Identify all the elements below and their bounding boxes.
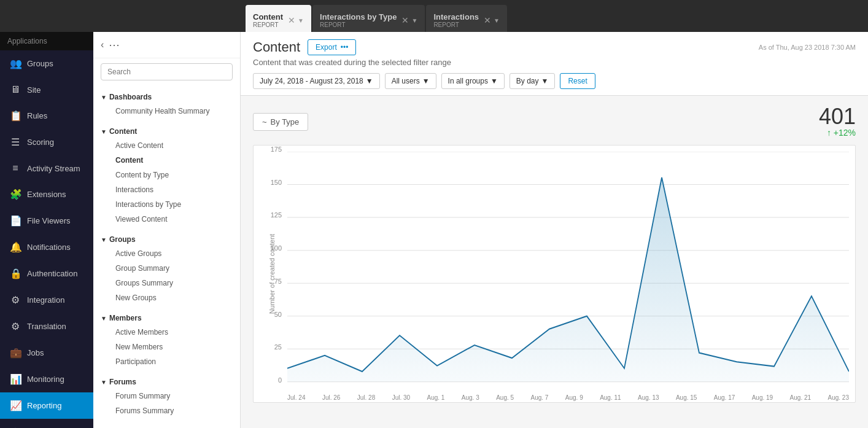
tab-chevron-content[interactable]: ▼ — [298, 17, 304, 24]
sidebar-item-extensions[interactable]: 🧩 Extensions — [0, 181, 93, 208]
y-label-75: 75 — [254, 278, 282, 285]
x-label-aug23: Aug. 23 — [827, 394, 848, 401]
stat-pct: ↑ +12% — [819, 128, 856, 138]
tab-close-interactions-by-type[interactable]: ✕ — [401, 15, 409, 25]
sidebar-icon-integration: ⚙ — [10, 294, 21, 306]
grouping-chevron-icon: ▼ — [541, 77, 549, 85]
nav-section-header-forums[interactable]: ▼ Forums — [101, 374, 233, 389]
nav-item-content-by-type[interactable]: Content by Type — [101, 168, 233, 182]
groups-filter[interactable]: In all groups ▼ — [441, 73, 505, 89]
tab-chevron-interactions-by-type[interactable]: ▼ — [411, 17, 417, 24]
nav-section-forums: ▼ ForumsForum SummaryForums Summary — [93, 370, 240, 419]
sidebar-item-authentication[interactable]: 🔒 Authentication — [0, 260, 93, 287]
more-options-button[interactable]: ⋯ — [109, 38, 121, 52]
nav-item-community-health-summary[interactable]: Community Health Summary — [101, 104, 233, 119]
main-layout: Applications 👥 Groups 🖥 Site 📋 Rules ☰ S… — [0, 32, 868, 428]
reset-button[interactable]: Reset — [560, 73, 595, 89]
report-search-input[interactable] — [101, 63, 233, 80]
y-label-50: 50 — [254, 311, 282, 318]
nav-item-content[interactable]: Content — [101, 153, 233, 168]
chart-section: ~ By Type 401 ↑ +12% Number of created c… — [241, 96, 868, 428]
nav-item-groups-summary[interactable]: Groups Summary — [101, 276, 233, 290]
search-wrapper — [93, 58, 240, 85]
nav-item-participation[interactable]: Participation — [101, 354, 233, 369]
content-description: Content that was created during the sele… — [253, 58, 856, 67]
nav-item-viewed-content[interactable]: Viewed Content — [101, 212, 233, 227]
content-title-row: Content Export ••• As of Thu, Aug 23 201… — [253, 39, 856, 55]
chart-icon: ~ — [262, 117, 267, 126]
sidebar-item-rules[interactable]: 📋 Rules — [0, 103, 93, 129]
sidebar-item-translation[interactable]: ⚙ Translation — [0, 313, 93, 340]
report-nav-top: ‹ ⋯ — [93, 32, 240, 58]
users-label: All users — [392, 77, 420, 85]
sidebar-icon-activity-stream: ≡ — [10, 163, 21, 174]
report-nav: ‹ ⋯ ▼ DashboardsCommunity Health Summary… — [93, 32, 241, 428]
nav-item-new-members[interactable]: New Members — [101, 340, 233, 354]
x-label-aug9: Aug. 9 — [565, 394, 583, 401]
by-type-button[interactable]: ~ By Type — [253, 113, 308, 131]
tab-interactions-by-type[interactable]: Interactions by Type REPORT ✕ ▼ — [312, 5, 425, 32]
sidebar-icon-site: 🖥 — [10, 84, 21, 95]
x-label-aug7: Aug. 7 — [530, 394, 548, 401]
nav-section-dashboards: ▼ DashboardsCommunity Health Summary — [93, 85, 240, 120]
x-label-aug17: Aug. 17 — [714, 394, 735, 401]
sidebar-icon-monitoring: 📊 — [10, 373, 21, 385]
nav-item-active-members[interactable]: Active Members — [101, 325, 233, 340]
sidebar-icon-extensions: 🧩 — [10, 189, 21, 200]
sidebar-top-applications[interactable]: Applications — [0, 32, 93, 50]
nav-item-forums-summary[interactable]: Forums Summary — [101, 403, 233, 418]
sidebar-item-file-viewers[interactable]: 📄 File Viewers — [0, 208, 93, 234]
back-button[interactable]: ‹ — [101, 39, 104, 50]
tab-close-interactions[interactable]: ✕ — [484, 15, 491, 25]
nav-item-forum-summary[interactable]: Forum Summary — [101, 389, 233, 403]
sidebar-item-integration[interactable]: ⚙ Integration — [0, 287, 93, 313]
nav-section-content: ▼ ContentActive ContentContentContent by… — [93, 120, 240, 228]
tab-interactions[interactable]: Interactions REPORT ✕ ▼ — [426, 5, 507, 32]
sidebar-icon-file-viewers: 📄 — [10, 215, 21, 227]
sidebar-item-site[interactable]: 🖥 Site — [0, 77, 93, 103]
export-button[interactable]: Export ••• — [308, 39, 356, 55]
y-axis-labels: 175 150 125 100 75 50 25 0 — [254, 146, 284, 384]
sidebar-item-groups[interactable]: 👥 Groups — [0, 50, 93, 77]
sidebar-item-monitoring[interactable]: 📊 Monitoring — [0, 366, 93, 392]
chart-top: ~ By Type 401 ↑ +12% — [253, 106, 856, 138]
nav-item-group-summary[interactable]: Group Summary — [101, 261, 233, 276]
sidebar-label-rules: Rules — [27, 111, 47, 120]
sidebar-label-extensions: Extensions — [27, 190, 66, 199]
nav-section-header-groups[interactable]: ▼ Groups — [101, 232, 233, 246]
applications-label: Applications — [7, 37, 47, 45]
sidebar-label-reporting: Reporting — [27, 401, 61, 410]
sidebar-label-groups: Groups — [27, 59, 53, 68]
tab-chevron-interactions[interactable]: ▼ — [494, 17, 500, 24]
sidebar-item-reporting[interactable]: 📈 Reporting — [0, 392, 93, 419]
nav-item-interactions-by-type[interactable]: Interactions by Type — [101, 197, 233, 212]
sidebar-label-monitoring: Monitoring — [27, 375, 64, 384]
nav-section-header-content[interactable]: ▼ Content — [101, 123, 233, 138]
users-filter[interactable]: All users ▼ — [385, 73, 436, 89]
date-range-filter[interactable]: July 24, 2018 - August 23, 2018 ▼ — [253, 73, 380, 89]
x-label-aug19: Aug. 19 — [752, 394, 773, 401]
sidebar-item-jobs[interactable]: 💼 Jobs — [0, 340, 93, 366]
tab-close-content[interactable]: ✕ — [288, 15, 295, 25]
nav-section-label-content: Content — [109, 127, 137, 136]
sidebar-item-scoring[interactable]: ☰ Scoring — [0, 129, 93, 155]
export-dots: ••• — [341, 43, 349, 52]
x-axis-labels: Jul. 24 Jul. 26 Jul. 28 Jul. 30 Aug. 1 A… — [287, 394, 849, 401]
nav-item-interactions[interactable]: Interactions — [101, 182, 233, 197]
chart-stat: 401 ↑ +12% — [819, 106, 856, 138]
x-label-jul30: Jul. 30 — [392, 394, 410, 401]
filters: July 24, 2018 - August 23, 2018 ▼ All us… — [253, 73, 856, 89]
nav-section-header-members[interactable]: ▼ Members — [101, 310, 233, 325]
nav-item-new-groups[interactable]: New Groups — [101, 290, 233, 305]
tab-content[interactable]: Content REPORT ✕ ▼ — [246, 5, 311, 32]
grouping-filter[interactable]: By day ▼ — [510, 73, 556, 89]
sidebar-item-activity-stream[interactable]: ≡ Activity Stream — [0, 155, 93, 181]
sidebar-item-about[interactable]: ℹ About — [0, 419, 93, 428]
grouping-label: By day — [516, 77, 539, 85]
nav-item-active-content[interactable]: Active Content — [101, 138, 233, 153]
sidebar-label-notifications: Notifications — [27, 243, 71, 252]
nav-item-active-groups[interactable]: Active Groups — [101, 246, 233, 261]
sidebar-item-notifications[interactable]: 🔔 Notifications — [0, 234, 93, 260]
nav-section-header-dashboards[interactable]: ▼ Dashboards — [101, 89, 233, 104]
x-label-jul24: Jul. 24 — [287, 394, 305, 401]
